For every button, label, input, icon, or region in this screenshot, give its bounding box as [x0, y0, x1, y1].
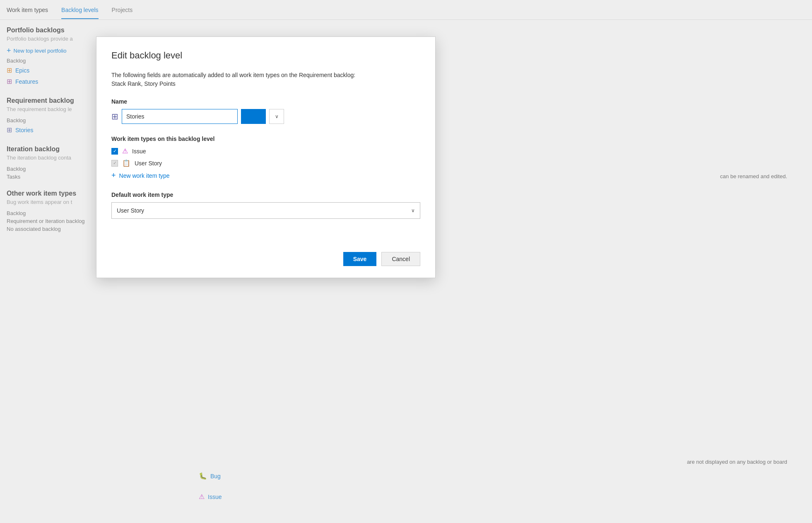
- user-story-wit-name: User Story: [135, 160, 162, 167]
- name-input[interactable]: [122, 109, 238, 124]
- name-label: Name: [111, 98, 420, 105]
- color-picker-button[interactable]: [241, 109, 266, 124]
- wit-item-issue: ⚠ Issue: [111, 147, 420, 155]
- user-story-wit-icon: 📋: [122, 159, 130, 167]
- default-wit-select[interactable]: User Story ∨: [111, 202, 420, 219]
- wit-item-user-story: 📋 User Story: [111, 159, 420, 167]
- issue-wit-icon: ⚠: [122, 147, 128, 155]
- cancel-button[interactable]: Cancel: [381, 252, 420, 266]
- edit-backlog-dialog: Edit backlog level The following fields …: [96, 36, 436, 278]
- select-chevron-icon: ∨: [411, 208, 415, 213]
- default-wit-label: Default work item type: [111, 191, 420, 198]
- dialog-info: The following fields are automatically a…: [111, 71, 420, 88]
- wit-section-label: Work item types on this backlog level: [111, 136, 420, 142]
- color-chevron-button[interactable]: ∨: [269, 109, 284, 124]
- user-story-checkbox[interactable]: [111, 160, 118, 167]
- add-wit-link[interactable]: + New work item type: [111, 171, 420, 180]
- add-wit-label: New work item type: [119, 172, 170, 179]
- grid-icon: ⊞: [111, 111, 118, 121]
- save-button[interactable]: Save: [343, 252, 377, 266]
- name-row: ⊞ ∨: [111, 109, 420, 124]
- default-wit-value: User Story: [117, 207, 144, 214]
- add-wit-plus-icon: +: [111, 171, 116, 180]
- dialog-actions: Save Cancel: [111, 252, 420, 266]
- chevron-down-icon: ∨: [275, 114, 279, 119]
- issue-wit-name: Issue: [132, 148, 146, 155]
- dialog-title: Edit backlog level: [111, 50, 420, 61]
- dialog-info-line1: The following fields are automatically a…: [111, 72, 355, 78]
- dialog-info-line2: Stack Rank, Story Points: [111, 80, 176, 87]
- issue-checkbox[interactable]: [111, 148, 118, 155]
